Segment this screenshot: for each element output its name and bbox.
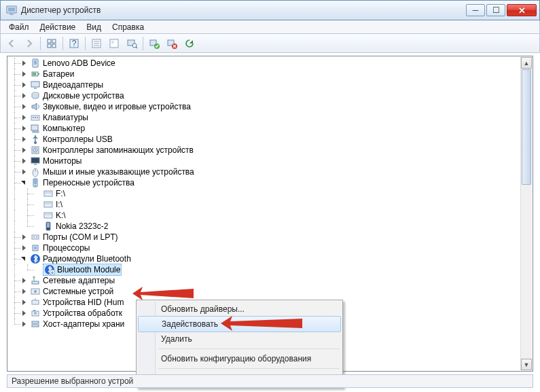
expand-icon[interactable] — [21, 60, 29, 67]
window-title: Диспетчер устройств — [21, 5, 462, 15]
expand-icon[interactable] — [21, 310, 29, 317]
expand-icon[interactable] — [21, 321, 29, 328]
expand-icon[interactable] — [21, 168, 29, 176]
menu-help[interactable]: Справка — [107, 21, 149, 33]
svg-rect-34 — [35, 117, 36, 118]
svg-rect-14 — [111, 41, 114, 43]
drive-icon — [43, 188, 54, 199]
svg-rect-42 — [31, 158, 39, 163]
ctx-enable[interactable]: Задействовать — [138, 316, 341, 332]
tree-category[interactable]: Процессоры — [8, 243, 532, 253]
expand-icon[interactable] — [21, 147, 29, 154]
maximize-button[interactable]: ☐ — [486, 4, 505, 16]
svg-rect-33 — [33, 117, 34, 118]
tree-label: Контроллеры USB — [43, 135, 113, 144]
tree-category[interactable]: Компьютер — [8, 123, 532, 134]
window-buttons: ─ ☐ ✕ — [466, 4, 537, 16]
tree-category[interactable]: Дисковые устройства — [8, 90, 532, 101]
svg-rect-56 — [47, 223, 50, 228]
svg-text:?: ? — [72, 39, 77, 48]
scroll-down-button[interactable]: ▼ — [521, 359, 532, 370]
tree-category[interactable]: Системные устрой — [8, 286, 532, 297]
expand-icon[interactable] — [21, 277, 29, 285]
tree-category[interactable]: Контроллеры запоминающих устройств — [8, 145, 532, 156]
tree-item[interactable]: K:\ — [8, 210, 532, 221]
tool-properties2[interactable] — [106, 36, 122, 51]
tree-item[interactable]: Bluetooth Module — [8, 264, 532, 275]
tree-category[interactable]: Видеоадаптеры — [8, 79, 532, 90]
device-tree[interactable]: Lenovo ADB DeviceБатареиВидеоадаптерыДис… — [8, 57, 532, 331]
ctx-delete[interactable]: Удалить — [138, 332, 341, 346]
tool-grid[interactable] — [43, 36, 60, 51]
ctx-update-drivers[interactable]: Обновить драйверы... — [138, 302, 341, 317]
expand-icon[interactable] — [21, 103, 29, 111]
svg-rect-35 — [37, 117, 38, 118]
svg-point-58 — [33, 236, 35, 238]
tool-enable[interactable] — [146, 36, 162, 51]
expand-icon[interactable] — [21, 114, 29, 122]
tree-category[interactable]: Контроллеры USB — [8, 134, 532, 145]
svg-point-72 — [34, 312, 37, 315]
svg-rect-3 — [48, 39, 51, 43]
svg-rect-6 — [52, 44, 56, 48]
svg-rect-52 — [45, 202, 52, 204]
tree-item[interactable]: Nokia 2323c-2 — [8, 221, 532, 232]
expand-icon[interactable] — [21, 136, 29, 143]
tool-properties[interactable] — [88, 36, 105, 51]
menu-view[interactable]: Вид — [81, 21, 107, 33]
expand-icon[interactable] — [21, 82, 29, 89]
tree-category[interactable]: Переносные устройства — [8, 177, 532, 188]
tree-label: Порты (COM и LPT) — [43, 232, 118, 242]
svg-line-17 — [136, 47, 137, 48]
tree-category[interactable]: Мыши и иные указывающие устройства — [8, 166, 532, 177]
tree-category[interactable]: Батареи — [8, 69, 532, 79]
scrollbar[interactable]: ▲ ▼ — [520, 57, 532, 370]
svg-rect-4 — [52, 39, 56, 43]
tree-category[interactable]: Звуковые, видео и игровые устройства — [8, 101, 532, 112]
expand-icon[interactable] — [21, 125, 29, 132]
svg-rect-28 — [33, 73, 36, 75]
expand-icon[interactable] — [21, 234, 29, 241]
mouse-icon — [30, 166, 41, 177]
tree-label: Клавиатуры — [43, 113, 88, 122]
tool-disable[interactable] — [164, 36, 180, 51]
ctx-refresh[interactable]: Обновить конфигурацию оборудования — [138, 351, 341, 366]
tree-category[interactable]: Сетевые адаптеры — [8, 275, 532, 286]
tool-help[interactable]: ? — [66, 36, 82, 51]
tree-label: K:\ — [56, 211, 66, 220]
tree-label: Дисковые устройства — [43, 91, 124, 101]
tree-category[interactable]: Lenovo ADB Device — [8, 58, 532, 69]
expand-icon[interactable] — [21, 299, 29, 306]
scroll-thumb[interactable] — [522, 69, 531, 185]
tool-refresh[interactable] — [181, 36, 198, 51]
svg-point-48 — [35, 185, 36, 186]
tree-label: Мыши и иные указывающие устройства — [43, 167, 194, 177]
expand-icon[interactable] — [21, 245, 29, 252]
close-button[interactable]: ✕ — [507, 4, 537, 16]
tree-label: Хост-адаптеры храни — [43, 319, 124, 329]
tree-item[interactable]: I:\ — [8, 199, 532, 210]
collapse-icon[interactable] — [21, 255, 29, 263]
hba-icon — [30, 319, 41, 329]
menu-action[interactable]: Действие — [35, 21, 82, 33]
menu-file[interactable]: Файл — [3, 21, 35, 33]
expand-icon[interactable] — [21, 288, 29, 296]
svg-rect-37 — [33, 131, 39, 132]
tree-category[interactable]: Порты (COM и LPT) — [8, 232, 532, 243]
tree-category[interactable]: Мониторы — [8, 156, 532, 166]
toolbar-separator — [143, 37, 143, 50]
tree-category[interactable]: Радиомодули Bluetooth — [8, 253, 532, 264]
expand-icon[interactable] — [21, 92, 29, 100]
tree-item[interactable]: F:\ — [8, 188, 532, 199]
expand-icon[interactable] — [21, 71, 29, 78]
computer-icon — [30, 123, 41, 134]
collapse-icon[interactable] — [21, 179, 29, 187]
monitor-icon — [30, 156, 41, 166]
tool-back[interactable] — [3, 36, 20, 51]
expand-icon[interactable] — [21, 158, 29, 165]
tool-forward[interactable] — [21, 36, 37, 51]
scroll-up-button[interactable]: ▲ — [521, 57, 532, 69]
minimize-button[interactable]: ─ — [466, 4, 485, 16]
tool-scan[interactable] — [124, 36, 140, 51]
tree-category[interactable]: Клавиатуры — [8, 112, 532, 123]
